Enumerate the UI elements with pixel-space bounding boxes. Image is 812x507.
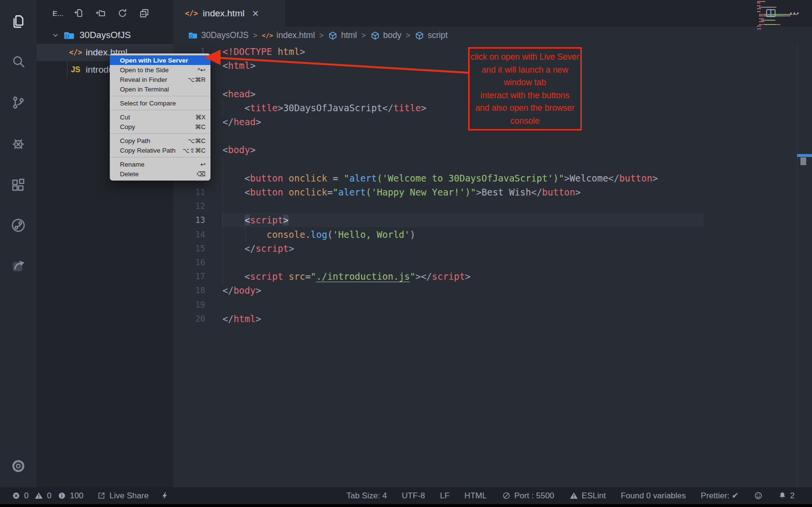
tree-item-root-folder[interactable]: 30DaysOfJS <box>37 26 173 44</box>
code-line[interactable]: 10 <button onclick = "alert('Welcome to … <box>173 171 812 185</box>
status-quick-actions[interactable] <box>160 491 170 500</box>
search-icon[interactable] <box>0 48 37 75</box>
source-control-icon[interactable] <box>0 89 37 116</box>
symbol-cube-icon <box>328 31 338 40</box>
close-icon[interactable]: × <box>252 9 259 18</box>
breadcrumb-item-script[interactable]: script <box>415 30 448 40</box>
status-found-variables[interactable]: Found 0 variables <box>621 491 686 501</box>
code-line[interactable]: 12 <box>173 199 812 213</box>
html-file-icon: </> <box>67 48 84 57</box>
line-number: 14 <box>173 227 205 242</box>
menu-item-copy-relative-path[interactable]: Copy Relative Path⌥⇧⌘C <box>110 145 210 155</box>
code-text[interactable]: <!DOCTYPE html> <box>223 44 305 59</box>
minimap-line <box>760 15 762 16</box>
menu-item-open-in-terminal[interactable]: Open in Terminal <box>110 84 210 94</box>
menu-item-open-with-live-server[interactable]: Open with Live Server <box>110 55 210 65</box>
menu-item-shortcut: ⌥⇧⌘C <box>183 147 206 154</box>
code-line[interactable]: 14 console.log('Hello, World') <box>173 227 812 242</box>
status-language-mode[interactable]: HTML <box>464 491 486 501</box>
menu-item-rename[interactable]: Rename↩ <box>110 159 210 169</box>
code-text[interactable]: <head> <box>223 87 256 101</box>
minimap[interactable] <box>756 0 800 36</box>
minimap-line <box>766 24 774 25</box>
live-share-icon[interactable] <box>0 212 37 239</box>
minimap-line <box>764 1 765 2</box>
status-problems-warnings[interactable]: 0 <box>34 491 51 501</box>
breadcrumb-item-30daysofjs[interactable]: 30DaysOfJS <box>188 30 249 40</box>
code-text[interactable]: <title>30DaysOfJavaScript</title> <box>223 101 426 115</box>
code-line[interactable]: 19 <box>173 298 812 312</box>
share-icon[interactable] <box>0 252 37 279</box>
status-label: ESLint <box>582 491 606 501</box>
code-line[interactable]: 16 <box>173 255 812 270</box>
run-debug-icon[interactable] <box>0 130 37 157</box>
code-line[interactable]: 7 <box>173 129 812 143</box>
window-bottom-edge <box>0 504 812 507</box>
code-line[interactable]: 8<body> <box>173 143 812 157</box>
status-live-share[interactable]: Live Share <box>97 491 148 501</box>
tree-item-label: 30DaysOfJS <box>79 30 131 40</box>
code-text[interactable]: </head> <box>223 115 261 129</box>
new-file-icon[interactable] <box>74 8 85 19</box>
new-folder-icon[interactable] <box>95 8 106 19</box>
menu-item-delete[interactable]: Delete⌫ <box>110 169 210 179</box>
menu-item-cut[interactable]: Cut⌘X <box>110 112 210 122</box>
minimap-line <box>781 15 785 16</box>
menu-item-label: Cut <box>120 114 130 121</box>
menu-item-open-to-the-side[interactable]: Open to the Side^↩ <box>110 65 210 75</box>
menu-item-copy-path[interactable]: Copy Path⌥⌘C <box>110 136 210 145</box>
code-text[interactable]: <script> <box>223 213 288 227</box>
scrollbar-handle[interactable] <box>800 157 806 165</box>
status-problems-errors[interactable]: 0 <box>12 491 28 501</box>
code-line[interactable]: 11 <button onclick="alert('Happy New Yea… <box>173 185 812 199</box>
code-line[interactable]: 18</body> <box>173 283 812 298</box>
menu-item-copy[interactable]: Copy⌘C <box>110 122 210 131</box>
status-notifications[interactable]: 2 <box>778 491 795 501</box>
code-text[interactable]: <button onclick = "alert('Welcome to 30D… <box>223 171 658 185</box>
code-line[interactable]: 9 <box>173 157 812 171</box>
warning-icon <box>569 491 578 500</box>
status-live-server-port[interactable]: Port : 5500 <box>502 491 554 501</box>
refresh-explorer-icon[interactable] <box>117 8 128 19</box>
status-eol[interactable]: LF <box>440 491 450 501</box>
status-eslint[interactable]: ESLint <box>569 491 606 501</box>
menu-item-reveal-in-finder[interactable]: Reveal in Finder⌥⌘R <box>110 75 210 84</box>
code-text[interactable]: console.log('Hello, World') <box>223 227 415 242</box>
code-line[interactable]: 17 <script src="./introduction.js"></scr… <box>173 269 812 284</box>
code-text[interactable]: <script src="./introduction.js"></script… <box>223 269 471 284</box>
folder-icon <box>63 29 75 41</box>
minimap-line <box>763 15 767 16</box>
editor-group: </> index.html × 30DaysOfJS></>index.htm… <box>173 0 812 487</box>
code-text[interactable]: </script> <box>223 241 294 256</box>
menu-item-select-for-compare[interactable]: Select for Compare <box>110 98 210 108</box>
code-line[interactable]: 15 </script> <box>173 241 812 256</box>
explorer-icon[interactable] <box>0 8 37 35</box>
extensions-icon[interactable] <box>0 172 37 199</box>
minimap-line <box>763 14 767 15</box>
breadcrumb-item-index-html[interactable]: </>index.html <box>262 30 315 40</box>
status-prettier[interactable]: Prettier: ✔ <box>701 491 738 501</box>
code-text[interactable]: <button onclick="alert('Happy New Year!'… <box>223 185 581 199</box>
breadcrumb-item-html[interactable]: html <box>328 30 357 40</box>
code-line[interactable]: 13 <script> <box>173 213 812 227</box>
tab-index-html[interactable]: </> index.html × <box>173 0 285 26</box>
collapse-folders-icon[interactable] <box>139 8 150 19</box>
overview-ruler[interactable] <box>797 44 798 487</box>
status-problems-info[interactable]: 100 <box>57 491 83 501</box>
code-line[interactable]: 20</html> <box>173 312 812 326</box>
status-feedback[interactable] <box>754 491 763 500</box>
chevron-down-icon[interactable] <box>51 31 60 39</box>
status-encoding[interactable]: UTF-8 <box>402 491 425 501</box>
error-circle-icon <box>12 491 21 500</box>
code-text[interactable]: <html> <box>223 58 256 73</box>
status-tab-size[interactable]: Tab Size: 4 <box>346 491 387 501</box>
status-label: 0 <box>24 491 28 501</box>
menu-separator <box>110 133 210 134</box>
code-text[interactable]: </body> <box>223 283 261 298</box>
code-text[interactable]: <body> <box>223 143 256 157</box>
menu-item-label: Open in Terminal <box>120 86 169 93</box>
breadcrumb-item-body[interactable]: body <box>370 30 402 40</box>
menu-item-shortcut: ⌫ <box>197 170 206 178</box>
code-text[interactable]: </html> <box>223 312 261 326</box>
settings-icon[interactable] <box>0 453 37 480</box>
